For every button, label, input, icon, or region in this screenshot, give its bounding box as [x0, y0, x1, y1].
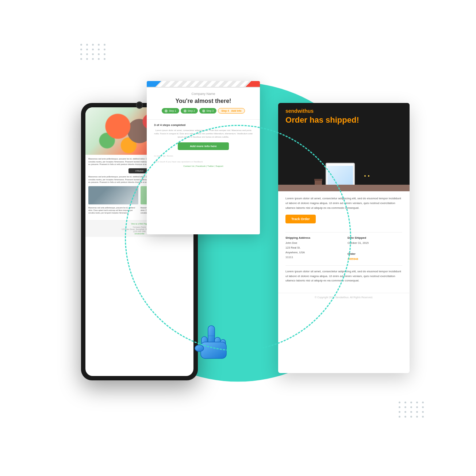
step-3: ✓ Step 3	[199, 108, 216, 114]
cat-eyes	[364, 175, 369, 177]
shipped-title: Order has shipped!	[285, 115, 402, 125]
cat-eye-left	[364, 175, 366, 177]
steps-email-header: Company Name You're almost there! ✓ Step…	[147, 88, 260, 120]
dot-grid-bottomright	[399, 402, 425, 418]
cat-eye-right	[368, 175, 369, 177]
dashed-circle-decoration	[125, 125, 351, 351]
steps-email-title: You're almost there!	[154, 98, 253, 104]
step-2-check: ✓	[184, 110, 187, 112]
step-2: ✓ Step 2	[181, 108, 198, 114]
shipped-brand: sendwithus	[285, 108, 402, 114]
date-shipped-col: Date Shipped October 31, 2015 Order #455…	[348, 236, 402, 262]
brand-text-with: with	[298, 108, 308, 114]
shipped-title-main: rder has shipped!	[292, 115, 359, 124]
step-3-label: Step 3	[206, 110, 214, 112]
step-2-label: Step 2	[188, 110, 195, 112]
brand-text-send: send	[285, 108, 298, 114]
step-4-label: Step 4	[221, 110, 229, 112]
date-shipped-label: Date Shipped	[348, 236, 402, 239]
steps-row: ✓ Step 1 ✓ Step 2 ✓ Step 3 Step 4 Add In…	[154, 108, 253, 114]
steps-email-company: Company Name	[154, 92, 253, 96]
svg-point-5	[195, 345, 204, 352]
step-1-check: ✓	[165, 110, 168, 112]
dot-grid-topleft	[80, 44, 107, 60]
step-1-label: Step 1	[169, 110, 176, 112]
date-shipped-value: October 31, 2015	[348, 241, 402, 246]
steps-email-envelope	[147, 81, 260, 88]
brand-text-us: us	[308, 108, 314, 114]
shipped-title-prefix: O	[285, 115, 292, 124]
step-4-sub: Add Info	[231, 110, 241, 112]
shipped-header: sendwithus Order has shipped!	[278, 103, 410, 133]
step-1: ✓ Step 1	[162, 108, 179, 114]
step-4[interactable]: Step 4 Add Info	[218, 108, 245, 114]
order-label: Order	[348, 252, 402, 256]
order-number: #455948	[348, 257, 402, 262]
step-3-check: ✓	[202, 110, 205, 112]
tablet-camera	[136, 101, 143, 109]
